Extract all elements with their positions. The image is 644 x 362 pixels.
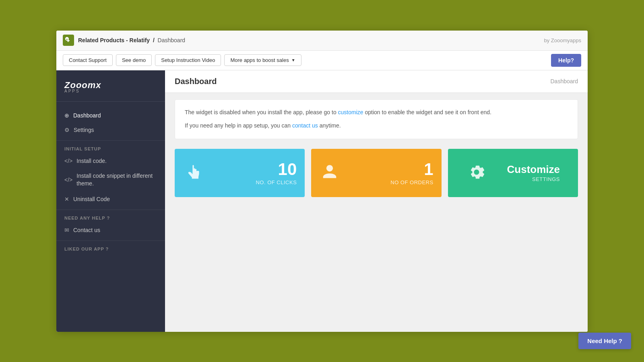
- contact-us-link[interactable]: contact us: [292, 122, 318, 129]
- sidebar-item-install-code-label: Install code.: [76, 158, 107, 164]
- stat-card-clicks-info: 10 NO. OF CLICKS: [256, 161, 297, 185]
- stat-card-customize[interactable]: Customize SETTINGS: [448, 149, 578, 197]
- hand-icon: [183, 162, 204, 184]
- app-name: Related Products - Relatify: [78, 37, 150, 43]
- contact-support-button[interactable]: Contact Support: [63, 54, 113, 66]
- stat-card-orders-info: 1 NO OF ORDERS: [390, 161, 433, 185]
- main-layout: ZooomxAPPS ⊕ Dashboard ⚙ Settings INITIA…: [56, 70, 588, 332]
- dashboard-icon: ⊕: [64, 112, 69, 119]
- clicks-label: NO. OF CLICKS: [256, 179, 297, 185]
- help-button[interactable]: Help?: [551, 54, 581, 67]
- info-line-1: The widget is disabled when you install …: [185, 108, 568, 117]
- sidebar-item-install-snippet-label: Install code snippet in different theme.: [76, 172, 157, 188]
- top-bar: Related Products - Relatify / Dashboard …: [56, 31, 588, 51]
- stat-card-clicks[interactable]: 10 NO. OF CLICKS: [175, 149, 305, 197]
- app-logo: [63, 35, 74, 46]
- setup-video-button[interactable]: Setup Instruction Video: [155, 54, 221, 66]
- stat-card-orders[interactable]: 1 NO OF ORDERS: [311, 149, 441, 197]
- sidebar-item-uninstall[interactable]: ✕ Uninstall Code: [56, 192, 165, 206]
- orders-label: NO OF ORDERS: [390, 179, 433, 185]
- stats-grid: 10 NO. OF CLICKS 1: [175, 149, 578, 197]
- sidebar-item-settings-label: Settings: [74, 127, 94, 133]
- stat-card-customize-info: Customize SETTINGS: [507, 164, 560, 182]
- top-bar-title: Related Products - Relatify / Dashboard: [78, 37, 544, 43]
- info-box: The widget is disabled when you install …: [175, 99, 578, 140]
- gear-icon: [466, 162, 487, 184]
- liked-section-label: LIKED OUR APP ?: [56, 241, 165, 254]
- chevron-down-icon: ▼: [291, 58, 295, 62]
- help-section-label: NEED ANY HELP ?: [56, 210, 165, 223]
- code-snippet-icon: </>: [64, 177, 72, 183]
- page-header: Dashboard Dashboard: [165, 70, 588, 93]
- orders-number: 1: [390, 161, 433, 178]
- top-bar-by: by Zooomyapps: [544, 37, 582, 43]
- uninstall-icon: ✕: [64, 196, 69, 202]
- sidebar-item-install-snippet[interactable]: </> Install code snippet in different th…: [56, 168, 165, 192]
- sidebar-logo: ZooomxAPPS: [56, 70, 165, 102]
- svg-point-0: [326, 165, 333, 171]
- need-help-button[interactable]: Need Help ?: [578, 333, 631, 349]
- sidebar-item-dashboard[interactable]: ⊕ Dashboard: [56, 108, 165, 123]
- settings-icon: ⚙: [64, 127, 70, 133]
- sidebar-item-dashboard-label: Dashboard: [73, 112, 101, 119]
- sidebar-nav: ⊕ Dashboard ⚙ Settings INITIAL SETUP </>…: [56, 102, 165, 260]
- see-demo-button[interactable]: See demo: [116, 54, 152, 66]
- breadcrumb: Dashboard: [551, 78, 578, 84]
- more-apps-button[interactable]: More apps to boost sales ▼: [224, 54, 301, 66]
- code-icon: </>: [64, 158, 72, 164]
- content-area: Dashboard Dashboard The widget is disabl…: [165, 70, 588, 332]
- customize-text: Customize: [507, 164, 560, 175]
- sidebar-item-uninstall-label: Uninstall Code: [73, 196, 110, 202]
- page-title: Dashboard: [175, 77, 217, 86]
- email-icon: ✉: [64, 227, 69, 233]
- key-icon: [65, 37, 72, 44]
- initial-setup-label: INITIAL SETUP: [56, 140, 165, 154]
- sidebar-item-install-code[interactable]: </> Install code.: [56, 154, 165, 168]
- app-container: Related Products - Relatify / Dashboard …: [56, 31, 588, 332]
- settings-label: SETTINGS: [507, 176, 560, 182]
- sidebar-item-contact[interactable]: ✉ Contact us: [56, 223, 165, 237]
- sidebar-item-settings[interactable]: ⚙ Settings: [56, 123, 165, 137]
- content-inner: The widget is disabled when you install …: [165, 99, 588, 332]
- clicks-number: 10: [256, 161, 297, 178]
- info-line-2: If you need any help in app setup, you c…: [185, 121, 568, 131]
- sidebar: ZooomxAPPS ⊕ Dashboard ⚙ Settings INITIA…: [56, 70, 165, 332]
- nav-bar: Contact Support See demo Setup Instructi…: [56, 51, 588, 70]
- user-icon: [319, 162, 340, 184]
- sidebar-item-contact-label: Contact us: [73, 227, 100, 233]
- section-name: Dashboard: [158, 37, 186, 43]
- customize-link[interactable]: customize: [338, 109, 363, 115]
